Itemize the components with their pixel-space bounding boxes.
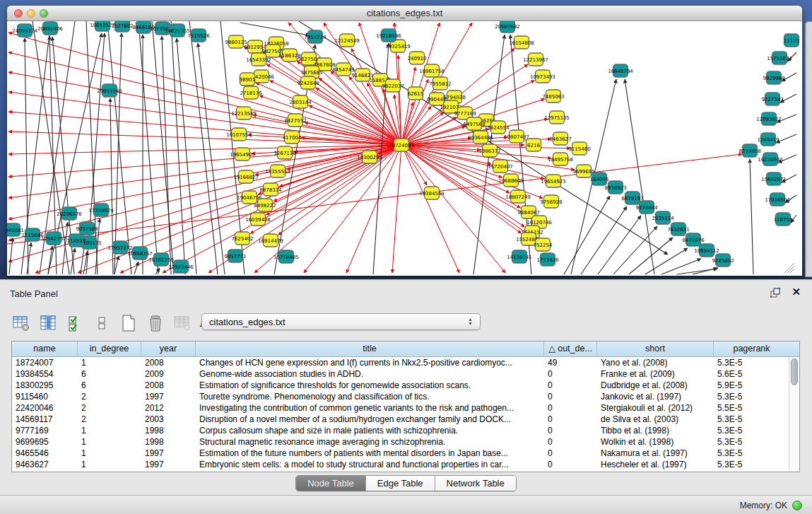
graph-node[interactable]: 9756928 — [540, 195, 562, 208]
column-header-year[interactable]: year — [141, 341, 196, 356]
table-row[interactable]: 1830029562008Estimation of significance … — [12, 380, 799, 391]
graph-node[interactable]: 62615 — [408, 87, 423, 100]
graph-node[interactable]: 16210643 — [758, 153, 783, 165]
network-view-window[interactable]: citations_edges.txt 12124549193254192409… — [7, 6, 802, 276]
graph-node[interactable]: 2935114 — [652, 211, 674, 224]
graph-node[interactable]: 15692971 — [761, 173, 787, 185]
graph-node[interactable]: 2718176 — [240, 86, 262, 99]
graph-node[interactable]: 752254 — [534, 238, 553, 251]
svg-text:15720407: 15720407 — [488, 164, 513, 170]
graph-node[interactable]: 98901 — [240, 73, 255, 86]
svg-text:417004: 417004 — [283, 135, 302, 141]
svg-text:8498222: 8498222 — [254, 203, 276, 209]
rows-icon[interactable] — [92, 313, 112, 334]
network-graph: 1212454919325419240910169617587955812626… — [7, 21, 801, 275]
cell-name: 18724007 — [12, 357, 78, 368]
close-panel-icon[interactable]: ✕ — [792, 286, 801, 298]
graph-node[interactable]: 7625402 — [231, 232, 253, 245]
graph-node[interactable]: 14136141 — [507, 250, 532, 263]
table-row[interactable]: 1872400712008Changes of HCN gene express… — [12, 357, 799, 368]
network-window-titlebar[interactable]: citations_edges.txt — [7, 6, 802, 21]
graph-node[interactable]: 17016504 — [765, 193, 790, 206]
cell-in_degree: 2 — [78, 402, 141, 414]
graph-node[interactable]: 12213967 — [523, 53, 548, 66]
graph-node[interactable]: 7957224 — [304, 30, 326, 43]
graph-node[interactable]: 7515526 — [187, 29, 210, 42]
cell-name: 9463627 — [12, 459, 78, 470]
graph-node[interactable]: 8938923 — [604, 181, 626, 194]
scrollbar-thumb[interactable] — [791, 358, 798, 385]
graph-node[interactable]: 9115460 — [568, 142, 590, 155]
graph-node[interactable]: 8427552 — [284, 114, 306, 127]
column-header-in_degree[interactable]: in_degree — [78, 341, 141, 356]
graph-node[interactable]: 15716485 — [273, 250, 299, 263]
table-row[interactable]: 946362711997Embryonic stem cells: a mode… — [12, 459, 799, 470]
table-row[interactable]: 946554611997Estimation of the future num… — [12, 448, 799, 459]
graph-node[interactable]: 8215958 — [739, 144, 760, 157]
table-selector-dropdown[interactable]: citations_edges.txt ▲▼ — [201, 313, 481, 330]
graph-node[interactable]: 12975135 — [544, 111, 570, 124]
select-all-icon[interactable] — [65, 313, 85, 334]
graph-node[interactable]: 9474444 — [635, 201, 658, 214]
table-row[interactable]: 977716911998Corpus callosum shape and si… — [12, 425, 799, 436]
delete-table-icon[interactable] — [146, 313, 165, 334]
graph-node[interactable]: 20691406 — [37, 22, 63, 35]
table-row[interactable]: 2242004622012Investigating the contribut… — [12, 402, 799, 414]
svg-text:12213589: 12213589 — [231, 111, 257, 117]
table-scrollbar[interactable] — [789, 357, 799, 472]
graph-node[interactable]: 3267130 — [273, 146, 295, 159]
table-row[interactable]: 969969511998Structural magnetic resonanc… — [12, 436, 799, 448]
network-canvas[interactable]: 1212454919325419240910169617587955812626… — [7, 21, 801, 275]
table-row[interactable]: 1938455462009Genome-wide association stu… — [12, 368, 799, 380]
graph-node[interactable]: 9929960 — [763, 71, 784, 84]
column-header-pagerank[interactable]: pagerank — [714, 341, 789, 356]
graph-node[interactable]: 1527602 — [111, 21, 133, 32]
graph-node[interactable]: 16648794 — [608, 64, 633, 77]
graph-node[interactable]: 11171 — [784, 34, 799, 47]
table-row[interactable]: 911546021997Tourette syndrome. Phenomeno… — [12, 391, 799, 402]
graph-node[interactable]: 20587682 — [495, 21, 520, 33]
table-column-settings-icon[interactable] — [11, 313, 31, 334]
graph-node[interactable]: 9097588 — [76, 222, 98, 235]
graph-node[interactable]: 16154808 — [509, 36, 534, 49]
tab-node-table[interactable]: Node Table — [296, 476, 366, 491]
graph-node[interactable]: 240910 — [408, 52, 427, 64]
table-row[interactable]: 1456911722003Disruption of a novel membe… — [12, 414, 799, 425]
graph-node[interactable]: 1244419 — [757, 133, 779, 146]
graph-node[interactable]: 7986372 — [478, 144, 500, 157]
graph-node[interactable]: 17359924 — [88, 204, 114, 216]
graph-node[interactable]: 18495758 — [548, 153, 573, 165]
column-header-name[interactable]: name — [12, 341, 78, 356]
graph-node[interactable]: 9463627 — [549, 132, 571, 145]
graph-node[interactable]: 114519 — [67, 234, 86, 247]
graph-node[interactable]: 12093822 — [756, 112, 782, 125]
column-header-short[interactable]: short — [597, 341, 714, 356]
svg-text:9227343: 9227343 — [761, 97, 783, 103]
new-table-icon[interactable] — [119, 313, 139, 334]
tab-edge-table[interactable]: Edge Table — [366, 476, 435, 491]
svg-text:10688609: 10688609 — [498, 178, 524, 184]
graph-node[interactable]: 1753426 — [536, 253, 559, 266]
graph-node[interactable]: 8878334 — [259, 183, 282, 196]
graph-node[interactable]: 10688609 — [498, 174, 524, 187]
graph-node[interactable]: 417004 — [283, 131, 302, 144]
column-header-out_de[interactable]: △ out_de... — [544, 341, 597, 356]
graph-node[interactable]: 7955812 — [429, 77, 451, 90]
graph-node[interactable]: 2803144 — [289, 95, 312, 108]
graph-node[interactable]: 164095 — [590, 173, 609, 185]
graph-node[interactable]: 19384554 — [419, 187, 445, 199]
graph-node[interactable]: 110753 — [774, 213, 793, 226]
tab-network-table[interactable]: Network Table — [435, 476, 516, 491]
graph-node[interactable]: 7632621 — [667, 223, 689, 235]
graph-node[interactable]: 12124549 — [334, 34, 360, 47]
graph-node[interactable]: 3624554 — [487, 121, 510, 134]
graph-node[interactable]: 7485063 — [542, 90, 564, 103]
table-panel-title: Table Panel — [10, 288, 58, 299]
graph-node[interactable]: 9245652 — [712, 254, 734, 267]
show-columns-icon[interactable] — [38, 313, 58, 334]
column-header-title[interactable]: title — [196, 341, 544, 356]
float-panel-icon[interactable] — [770, 287, 781, 298]
graph-node[interactable]: 6216 — [526, 139, 541, 151]
graph-node[interactable]: 15751074 — [767, 52, 792, 64]
graph-node[interactable]: 9227343 — [761, 93, 783, 105]
